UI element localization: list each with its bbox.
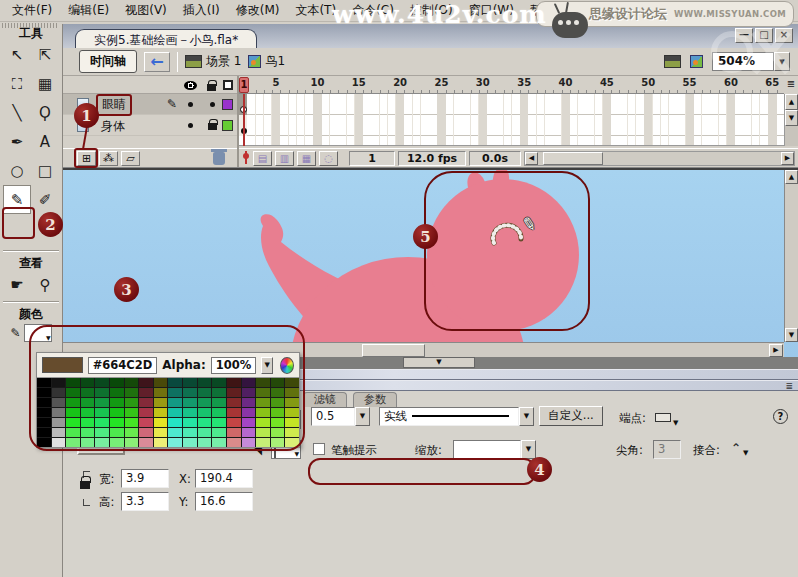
stroke-color-swatch[interactable]: ▼	[24, 324, 52, 342]
custom-stroke-button[interactable]: 自定义...	[539, 406, 603, 426]
insert-layer-folder-button[interactable]: ▱	[121, 151, 140, 166]
palette-swatch[interactable]	[154, 418, 168, 427]
palette-swatch[interactable]	[125, 418, 139, 427]
palette-swatch[interactable]	[95, 428, 109, 437]
edit-symbol-button[interactable]	[690, 55, 703, 68]
edit-multiple-frames-button[interactable]: ▦	[297, 151, 316, 166]
palette-swatch[interactable]	[125, 428, 139, 437]
menu-item-commands[interactable]: 命令(C)	[344, 0, 402, 21]
palette-swatch[interactable]	[139, 378, 153, 387]
line-tool[interactable]: ╲	[3, 98, 31, 127]
onion-skin-outlines-button[interactable]: ▥	[275, 151, 294, 166]
menu-item-edit[interactable]: 编辑(E)	[60, 0, 117, 21]
palette-swatch[interactable]	[52, 418, 66, 427]
palette-swatch[interactable]	[125, 398, 139, 407]
palette-swatch[interactable]	[168, 378, 182, 387]
frame-view-options-button[interactable]: ≣	[784, 76, 798, 94]
pencil-tool[interactable]: ✎	[3, 185, 31, 214]
tab-parameters[interactable]: 参数	[353, 392, 397, 407]
layer-name[interactable]: 身体	[101, 118, 125, 135]
palette-swatch[interactable]	[285, 388, 299, 397]
palette-swatch[interactable]	[139, 418, 153, 427]
stroke-height-input[interactable]: 0.5	[311, 407, 355, 426]
palette-swatch[interactable]	[66, 428, 80, 437]
palette-swatch[interactable]	[285, 418, 299, 427]
palette-swatch[interactable]	[81, 418, 95, 427]
menu-item-control[interactable]: 控制(O)	[402, 0, 461, 21]
show-hide-all-icon[interactable]	[184, 81, 197, 90]
toolbar-drag-grip[interactable]	[2, 23, 58, 28]
lock-all-icon[interactable]	[207, 84, 216, 91]
palette-swatch[interactable]	[154, 378, 168, 387]
tab-filters[interactable]: 滤镜	[303, 392, 347, 407]
panel-options-icon[interactable]: ≣	[785, 381, 793, 391]
palette-swatch[interactable]	[183, 408, 197, 417]
scale-select[interactable]	[453, 440, 521, 459]
breadcrumb-symbol[interactable]: 鸟1	[248, 53, 285, 70]
palette-swatch[interactable]	[168, 428, 182, 437]
x-input[interactable]: 190.4	[195, 469, 253, 488]
palette-swatch[interactable]	[168, 438, 182, 447]
palette-swatch[interactable]	[66, 398, 80, 407]
palette-swatch[interactable]	[168, 388, 182, 397]
layer-outline-color-swatch[interactable]	[222, 120, 233, 131]
palette-swatch[interactable]	[183, 438, 197, 447]
palette-swatch[interactable]	[256, 398, 270, 407]
timeline-vertical-scrollbar[interactable]: ▲ ▼	[784, 94, 798, 146]
layer-row-2[interactable]: 身体	[63, 115, 237, 136]
palette-swatch[interactable]	[198, 428, 212, 437]
menu-item-modify[interactable]: 修改(M)	[228, 0, 288, 21]
palette-swatch[interactable]	[95, 388, 109, 397]
timeline-scroll-thumb[interactable]	[543, 152, 603, 165]
join-dropdown-arrow[interactable]: ▼	[743, 449, 748, 457]
breadcrumb-scene[interactable]: 场景 1	[185, 53, 241, 70]
scroll-right-button[interactable]: ▶	[781, 152, 794, 165]
palette-swatch[interactable]	[66, 408, 80, 417]
onion-skin-button[interactable]: ▤	[253, 151, 272, 166]
palette-swatch[interactable]	[212, 378, 226, 387]
palette-swatch[interactable]	[52, 378, 66, 387]
layer-visibility-dot[interactable]	[188, 123, 193, 128]
palette-swatch[interactable]	[125, 438, 139, 447]
stage-scroll-up-button[interactable]: ▲	[785, 170, 798, 184]
palette-swatch[interactable]	[256, 438, 270, 447]
stage-canvas[interactable]: ✎ ▶ ▲ ▼	[63, 168, 798, 357]
stage-vertical-scrollbar[interactable]: ▲ ▼	[784, 170, 798, 342]
palette-swatch[interactable]	[81, 388, 95, 397]
palette-swatch[interactable]	[198, 418, 212, 427]
palette-swatch[interactable]	[183, 398, 197, 407]
palette-swatch[interactable]	[52, 388, 66, 397]
palette-swatch[interactable]	[154, 388, 168, 397]
palette-swatch[interactable]	[285, 428, 299, 437]
palette-swatch[interactable]	[227, 408, 241, 417]
delete-layer-button[interactable]	[213, 152, 225, 165]
palette-swatch[interactable]	[37, 438, 51, 447]
timeline-horizontal-scrollbar[interactable]: ◀ ▶	[524, 151, 795, 166]
palette-swatch[interactable]	[37, 418, 51, 427]
palette-swatch[interactable]	[212, 388, 226, 397]
timeline-toggle-button[interactable]: 时间轴	[79, 50, 137, 73]
oval-tool[interactable]: ○	[3, 156, 31, 185]
palette-swatch[interactable]	[52, 438, 66, 447]
palette-swatch[interactable]	[183, 378, 197, 387]
stroke-style-select[interactable]: 实线	[379, 407, 519, 426]
palette-swatch[interactable]	[271, 378, 285, 387]
modify-onion-markers-button[interactable]: ◌	[319, 151, 338, 166]
pen-tool[interactable]: ✒	[3, 127, 31, 156]
stroke-hinting-checkbox[interactable]	[313, 443, 325, 455]
palette-swatch[interactable]	[95, 438, 109, 447]
palette-swatch[interactable]	[198, 398, 212, 407]
palette-swatch[interactable]	[37, 388, 51, 397]
frame-grid[interactable]	[239, 94, 784, 146]
palette-swatch[interactable]	[242, 398, 256, 407]
palette-swatch[interactable]	[285, 398, 299, 407]
timeline-ruler[interactable]: 1 5101520253035404550556065	[239, 76, 784, 94]
palette-swatch[interactable]	[183, 388, 197, 397]
palette-swatch[interactable]	[139, 428, 153, 437]
outline-all-icon[interactable]	[223, 80, 233, 90]
palette-swatch[interactable]	[198, 378, 212, 387]
palette-swatch[interactable]	[81, 378, 95, 387]
palette-swatch[interactable]	[37, 428, 51, 437]
palette-swatch[interactable]	[271, 438, 285, 447]
palette-swatch[interactable]	[37, 408, 51, 417]
